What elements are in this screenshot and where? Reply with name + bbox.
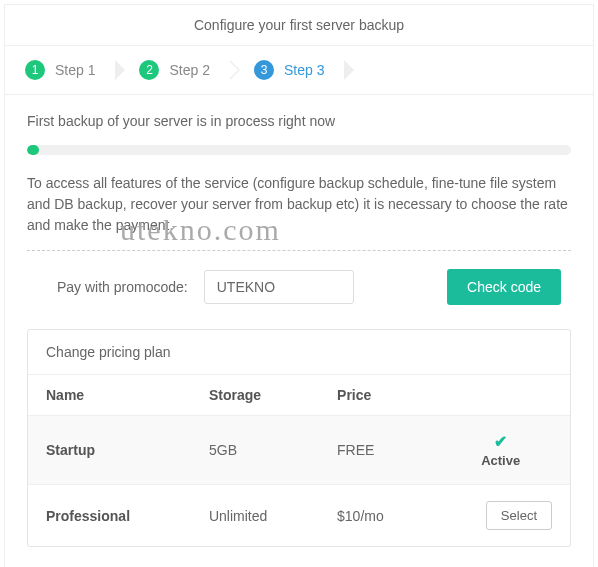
col-name: Name bbox=[28, 375, 191, 416]
info-text: To access all features of the service (c… bbox=[27, 173, 571, 236]
wizard-panel: Configure your first server backup 1 Ste… bbox=[4, 4, 594, 567]
col-price: Price bbox=[319, 375, 431, 416]
plan-storage: Unlimited bbox=[191, 485, 319, 547]
step-breadcrumb: 1 Step 1 2 Step 2 3 Step 3 bbox=[5, 46, 593, 95]
plan-price: $10/mo bbox=[319, 485, 431, 547]
step-label: Step 3 bbox=[284, 62, 324, 78]
table-row: Professional Unlimited $10/mo Select bbox=[28, 485, 570, 547]
step-1[interactable]: 1 Step 1 bbox=[25, 60, 111, 80]
col-action bbox=[431, 375, 570, 416]
backup-status-text: First backup of your server is in proces… bbox=[27, 113, 571, 129]
pricing-plan-title: Change pricing plan bbox=[28, 330, 570, 374]
col-storage: Storage bbox=[191, 375, 319, 416]
promo-row: Pay with promocode: Check code bbox=[27, 269, 571, 305]
backup-progress-fill bbox=[27, 145, 39, 155]
check-icon: ✔ bbox=[494, 433, 507, 450]
plan-status: ✔ Active bbox=[431, 416, 570, 485]
pricing-table: Name Storage Price Startup 5GB FREE ✔ Ac… bbox=[28, 374, 570, 546]
plan-storage: 5GB bbox=[191, 416, 319, 485]
table-row: Startup 5GB FREE ✔ Active bbox=[28, 416, 570, 485]
content-area: First backup of your server is in proces… bbox=[5, 95, 593, 567]
step-number: 3 bbox=[254, 60, 274, 80]
backup-progress-bar bbox=[27, 145, 571, 155]
plan-name: Professional bbox=[28, 485, 191, 547]
promo-input[interactable] bbox=[204, 270, 354, 304]
step-label: Step 2 bbox=[169, 62, 209, 78]
promo-label: Pay with promocode: bbox=[57, 279, 188, 295]
plan-name: Startup bbox=[28, 416, 191, 485]
step-number: 1 bbox=[25, 60, 45, 80]
active-label: Active bbox=[449, 453, 552, 468]
step-number: 2 bbox=[139, 60, 159, 80]
step-2[interactable]: 2 Step 2 bbox=[139, 60, 225, 80]
page-title: Configure your first server backup bbox=[5, 5, 593, 46]
select-plan-button[interactable]: Select bbox=[486, 501, 552, 530]
step-3[interactable]: 3 Step 3 bbox=[254, 60, 340, 80]
pricing-plan-box: Change pricing plan Name Storage Price S… bbox=[27, 329, 571, 547]
step-label: Step 1 bbox=[55, 62, 95, 78]
divider bbox=[27, 250, 571, 251]
plan-price: FREE bbox=[319, 416, 431, 485]
check-code-button[interactable]: Check code bbox=[447, 269, 561, 305]
